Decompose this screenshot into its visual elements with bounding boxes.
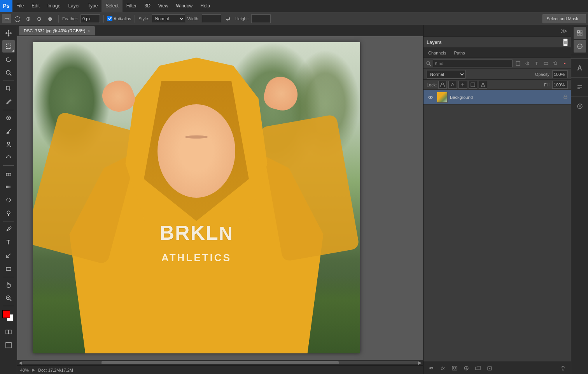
layers-list: Background xyxy=(424,90,571,362)
blend-mode-select[interactable]: Normal Multiply Screen Overlay xyxy=(427,70,466,79)
properties-btn[interactable] xyxy=(574,27,586,39)
filter-adjustment-btn[interactable] xyxy=(523,60,531,67)
layer-fx-btn[interactable]: fx xyxy=(438,363,448,373)
panel-collapse-btn[interactable]: ≫ xyxy=(559,26,569,36)
tab-close-btn[interactable]: × xyxy=(88,29,90,33)
channels-side-btn[interactable] xyxy=(574,40,586,53)
lasso-tool-btn[interactable] xyxy=(2,53,15,66)
type-tool-btn[interactable]: T xyxy=(2,236,15,249)
subtract-selection-btn[interactable]: ⊖ xyxy=(35,14,44,23)
history-brush-btn[interactable] xyxy=(2,151,15,164)
dodge-tool-btn[interactable] xyxy=(2,207,15,219)
lock-all-btn[interactable] xyxy=(479,81,487,89)
filter-pixel-btn[interactable] xyxy=(514,60,522,67)
layer-delete-btn[interactable] xyxy=(558,363,568,373)
hscroll-thumb[interactable] xyxy=(102,361,339,364)
svg-point-56 xyxy=(579,105,581,107)
filter-toggle-btn[interactable]: ● xyxy=(561,60,569,67)
rect-marquee-btn[interactable]: ▭ xyxy=(2,14,11,23)
tool-sep5 xyxy=(3,277,14,277)
shape-tool-btn[interactable] xyxy=(2,263,15,275)
eraser-tool-btn[interactable] xyxy=(2,167,15,180)
menu-help[interactable]: Help xyxy=(196,0,214,12)
blur-tool-btn[interactable] xyxy=(2,194,15,206)
menu-type[interactable]: Type xyxy=(84,0,102,12)
menu-view[interactable]: View xyxy=(154,0,172,12)
layer-visibility-eye[interactable] xyxy=(427,95,434,100)
layer-link-btn[interactable] xyxy=(427,363,436,373)
menu-items: File Edit Image Layer Type Select Filter… xyxy=(12,0,214,12)
scroll-nav-right[interactable]: ▶ xyxy=(418,360,422,365)
layer-new-btn[interactable] xyxy=(485,363,494,373)
channels-tab[interactable]: Channels xyxy=(427,50,448,56)
quick-mask-btn[interactable] xyxy=(2,326,15,338)
pen-tool-btn[interactable] xyxy=(2,223,15,235)
eyedropper-tool-btn[interactable] xyxy=(2,96,15,108)
height-label: Height: xyxy=(235,16,249,21)
menu-window[interactable]: Window xyxy=(172,0,197,12)
add-selection-btn[interactable]: ⊕ xyxy=(24,14,33,23)
marquee-tool-btn[interactable] xyxy=(2,40,15,53)
lock-label: Lock: xyxy=(427,83,437,87)
brush-tool-btn[interactable] xyxy=(2,125,15,137)
paths-tab[interactable]: Paths xyxy=(452,50,466,56)
filter-type-btn[interactable]: T xyxy=(533,60,541,67)
quick-select-tool-btn[interactable] xyxy=(2,67,15,79)
height-input[interactable] xyxy=(251,14,271,23)
right-panel: ≫ Layers ≡ Channels Paths T xyxy=(423,25,571,374)
menu-3d[interactable]: 3D xyxy=(140,0,154,12)
doc-tab[interactable]: DSC_7632.jpg @ 40% (RGB/8*) × xyxy=(19,26,95,35)
menu-select[interactable]: Select xyxy=(102,0,122,12)
antialias-checkbox[interactable] xyxy=(107,16,112,21)
menu-file[interactable]: File xyxy=(12,0,28,12)
filter-shape-btn[interactable] xyxy=(542,60,550,67)
clone-tool-btn[interactable] xyxy=(2,138,15,151)
status-nav-prev[interactable]: ▶ xyxy=(32,367,35,372)
swap-wh-btn[interactable]: ⇄ xyxy=(224,14,233,23)
heal-tool-btn[interactable] xyxy=(2,112,15,124)
style-select[interactable]: Normal Fixed Ratio Fixed Size xyxy=(152,14,185,23)
width-input[interactable] xyxy=(202,14,221,23)
layers-search-input[interactable] xyxy=(433,60,513,67)
menu-layer[interactable]: Layer xyxy=(64,0,84,12)
ellipse-marquee-btn[interactable]: ◯ xyxy=(13,14,22,23)
gradient-tool-btn[interactable] xyxy=(2,181,15,193)
layer-adjustment-btn[interactable] xyxy=(462,363,471,373)
text-tool-side-btn[interactable]: A xyxy=(574,62,586,74)
opacity-input[interactable] xyxy=(552,70,568,78)
layer-group-btn[interactable] xyxy=(473,363,483,373)
lock-pixels-btn[interactable] xyxy=(448,81,457,89)
layer-row-background[interactable]: Background xyxy=(424,90,571,105)
select-and-mask-btn[interactable]: Select and Mask... xyxy=(542,14,586,23)
crop-tool-btn[interactable] xyxy=(2,83,15,95)
lock-position-btn[interactable] xyxy=(458,81,467,89)
layers-menu-btn[interactable]: ≡ xyxy=(563,39,568,46)
lock-artboard-btn[interactable] xyxy=(469,81,477,89)
svg-rect-50 xyxy=(580,33,582,35)
lock-transparent-btn[interactable] xyxy=(438,81,447,89)
menu-image[interactable]: Image xyxy=(44,0,64,12)
screen-mode-btn[interactable] xyxy=(2,339,15,351)
path-select-btn[interactable] xyxy=(2,249,15,262)
svg-rect-24 xyxy=(6,342,11,348)
menu-filter[interactable]: Filter xyxy=(122,0,141,12)
far-right-sep3 xyxy=(571,97,588,97)
filter-smart-btn[interactable] xyxy=(551,60,559,67)
intersect-selection-btn[interactable]: ⊗ xyxy=(46,14,55,23)
menu-edit[interactable]: Edit xyxy=(28,0,44,12)
foreground-color-swatch[interactable] xyxy=(2,310,10,318)
canvas-viewport[interactable]: BRKLN ATHLETICS xyxy=(17,36,423,360)
feather-input[interactable] xyxy=(80,14,100,23)
tool-sep4 xyxy=(3,221,14,221)
fill-input[interactable] xyxy=(552,81,568,89)
layer-mask-btn[interactable] xyxy=(450,363,459,373)
move-tool-btn[interactable] xyxy=(2,27,15,39)
scroll-nav-left[interactable]: ◀ xyxy=(19,360,22,365)
antialias-checkbox-label[interactable]: Anti-alias xyxy=(107,16,131,21)
hand-tool-btn[interactable] xyxy=(2,279,15,291)
zoom-tool-btn[interactable] xyxy=(2,292,15,304)
paragraph-btn[interactable] xyxy=(574,81,586,93)
hscroll-bar[interactable] xyxy=(22,361,418,364)
menu-bar: Ps File Edit Image Layer Type Select Fil… xyxy=(0,0,588,12)
color-picker-side-btn[interactable] xyxy=(574,100,586,112)
